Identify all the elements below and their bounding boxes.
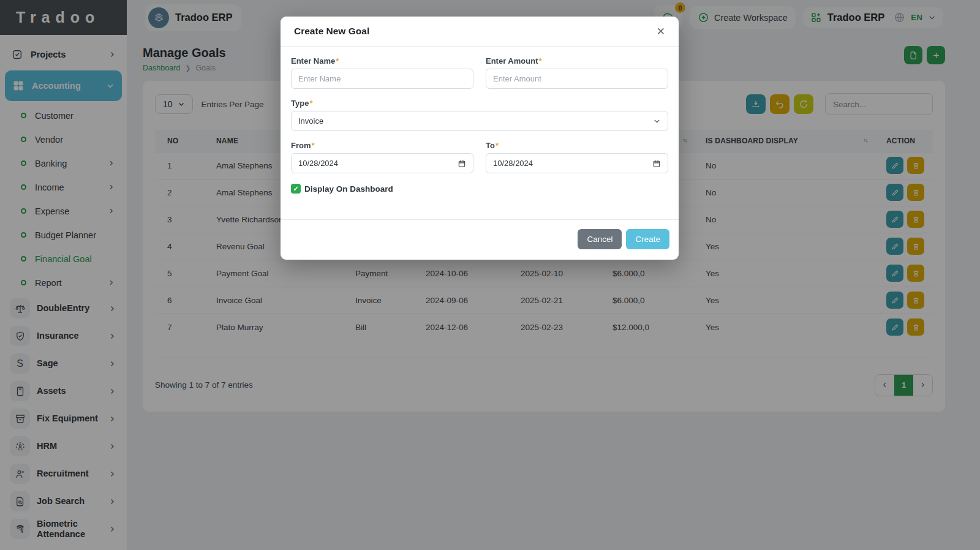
from-field-label: From* — [291, 141, 473, 150]
goal-name-input[interactable] — [291, 69, 473, 89]
to-date-value: 10/28/2024 — [493, 159, 533, 168]
modal-header: Create New Goal ✕ — [281, 17, 679, 47]
from-date-value: 10/28/2024 — [298, 159, 338, 168]
calendar-icon[interactable] — [458, 159, 466, 168]
to-date-input[interactable]: 10/28/2024 — [486, 153, 668, 173]
amount-field-label: Enter Amount* — [486, 56, 668, 66]
from-date-input[interactable]: 10/28/2024 — [291, 153, 473, 173]
goal-amount-input[interactable] — [486, 69, 668, 89]
goal-type-value: Invoice — [298, 116, 323, 126]
to-field-label: To* — [486, 141, 668, 150]
required-asterisk: * — [312, 141, 315, 150]
close-icon[interactable]: ✕ — [657, 26, 665, 37]
checkbox-label: Display On Dashboard — [304, 184, 393, 194]
modal-title: Create New Goal — [294, 26, 369, 37]
modal-footer: Cancel Create — [281, 219, 679, 260]
required-asterisk: * — [496, 141, 499, 150]
goal-type-select[interactable]: Invoice — [291, 111, 668, 131]
required-asterisk: * — [336, 56, 339, 66]
type-field-label: Type* — [291, 99, 668, 108]
chevron-down-icon — [653, 117, 661, 125]
display-on-dashboard-checkbox[interactable]: ✓ Display On Dashboard — [291, 184, 668, 194]
required-asterisk: * — [309, 99, 312, 108]
required-asterisk: * — [538, 56, 541, 66]
modal-body: Enter Name* Enter Amount* Type* Invoice … — [281, 47, 679, 219]
calendar-icon[interactable] — [652, 159, 661, 168]
checkbox-checked-icon: ✓ — [291, 184, 301, 194]
name-field-label: Enter Name* — [291, 56, 473, 66]
create-button[interactable]: Create — [626, 229, 669, 249]
cancel-button[interactable]: Cancel — [578, 229, 622, 249]
create-goal-modal: Create New Goal ✕ Enter Name* Enter Amou… — [281, 17, 679, 260]
